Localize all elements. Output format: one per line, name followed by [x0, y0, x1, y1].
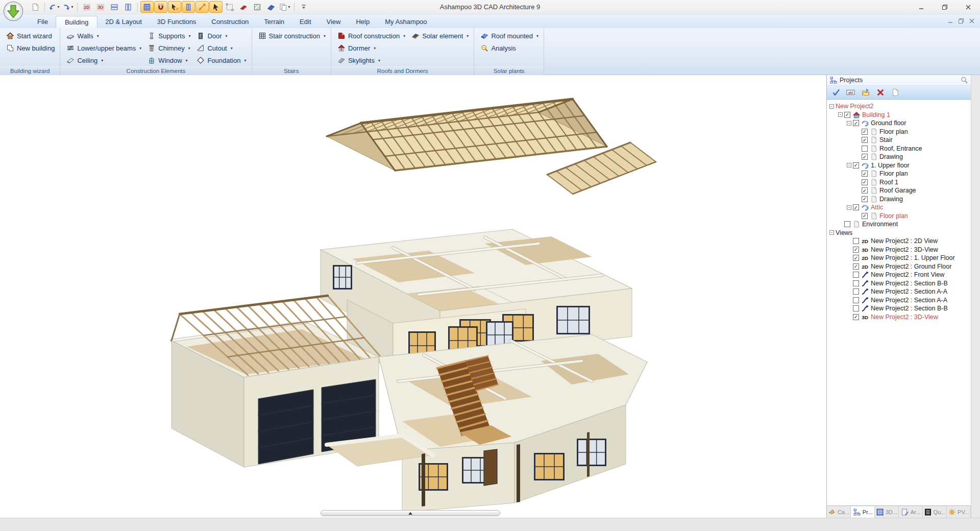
checkbox[interactable]: ✓	[862, 137, 868, 143]
tab-terrain[interactable]: Terrain	[256, 16, 292, 28]
chimney-button[interactable]: Chimney▾	[145, 42, 192, 54]
expander-icon[interactable]: -	[847, 163, 851, 167]
open-folder-button[interactable]	[860, 87, 871, 98]
stair-construction-button[interactable]: Stair construction▾	[256, 30, 328, 42]
expander-icon[interactable]: -	[829, 230, 834, 235]
checkbox[interactable]	[853, 238, 859, 244]
tree-item-ground-floor[interactable]: -✓Ground floor	[829, 119, 971, 128]
door-button[interactable]: Door▾	[194, 30, 248, 42]
viewport[interactable]	[0, 75, 826, 518]
ceiling-button[interactable]: Ceiling▾	[64, 54, 143, 66]
redo-button[interactable]: ▾	[61, 1, 75, 13]
checkbox[interactable]: ✓	[853, 162, 859, 168]
analysis-button[interactable]: Analysis	[478, 42, 541, 54]
tree-item-new-project2-3d-view[interactable]: ✓3DNew Project2 : 3D-View	[829, 246, 971, 254]
tree-item-roof-entrance[interactable]: Roof, Entrance	[829, 144, 971, 153]
3d-model-view[interactable]	[0, 75, 826, 518]
undo-button[interactable]: ▾	[47, 1, 61, 13]
select-element-button[interactable]	[168, 1, 181, 13]
tree-item-stair[interactable]: ✓Stair	[829, 136, 971, 144]
tree-item-new-project2-section-a-a[interactable]: New Project2 : Section A-A	[829, 296, 971, 305]
copy-pages-button[interactable]: ▾	[278, 1, 291, 13]
mdi-minimize-button[interactable]	[947, 18, 953, 26]
checkbox[interactable]: ✓	[853, 255, 859, 261]
mdi-close-button[interactable]	[969, 18, 975, 26]
roof-mounted-button[interactable]: Roof mounted▾	[478, 30, 541, 42]
restore-button[interactable]	[933, 0, 957, 14]
roof-construction-button[interactable]: Roof construction▾	[335, 30, 407, 42]
bottom-panel-handle[interactable]	[321, 510, 500, 516]
panel-tab-ar[interactable]: Ar...	[899, 506, 923, 518]
apply-check-button[interactable]	[830, 87, 842, 98]
cursor-button[interactable]	[209, 1, 223, 13]
minimize-button[interactable]	[910, 0, 933, 14]
panel-tab-qu[interactable]: Qu...	[923, 506, 947, 518]
expander-icon[interactable]: -	[847, 121, 851, 126]
expander-icon[interactable]: -	[847, 205, 851, 210]
checkbox[interactable]	[853, 272, 859, 278]
pin-icon[interactable]	[960, 76, 968, 84]
checkbox[interactable]	[853, 297, 859, 303]
tree-item-floor-plan[interactable]: ✓Floor plan	[829, 170, 971, 178]
tree-item-environment[interactable]: Environment	[829, 220, 971, 229]
panel-tab-pv[interactable]: PV...	[947, 506, 971, 518]
tree-item-floor-plan[interactable]: ✓Floor plan	[829, 128, 971, 136]
window-button[interactable]: Window▾	[145, 54, 192, 66]
checkbox[interactable]: ✓	[853, 204, 859, 210]
tree-item-drawing[interactable]: ✓Drawing	[829, 153, 971, 161]
split-horizontal-button[interactable]	[108, 1, 121, 13]
checkbox[interactable]: ✓	[862, 154, 868, 160]
panel-tab-ca[interactable]: Ca...	[827, 506, 851, 518]
tab-construction[interactable]: Construction	[204, 16, 256, 28]
new-page-button[interactable]	[890, 87, 901, 98]
magnet-button[interactable]	[154, 1, 167, 13]
grid-button[interactable]	[140, 1, 154, 13]
tree-item-drawing[interactable]: ✓Drawing	[829, 195, 971, 204]
rename-button[interactable]: abl	[845, 87, 856, 98]
tree-item-1-upper-floor[interactable]: -✓1. Upper floor	[829, 161, 971, 170]
tab-help[interactable]: Help	[348, 16, 377, 28]
delete-button[interactable]	[875, 87, 886, 98]
checkbox[interactable]: ✓	[862, 129, 868, 135]
checkbox[interactable]: ✓	[853, 120, 859, 126]
checkbox[interactable]: ✓	[862, 171, 868, 177]
tree-item-new-project2-3d-view[interactable]: ✓3DNew Project2 : 3D-View	[829, 313, 971, 322]
roof-tool-button[interactable]	[264, 1, 278, 13]
tree-item-building-1[interactable]: -✓Building 1	[829, 111, 971, 119]
2d-view-button[interactable]: 2D	[80, 1, 93, 13]
checkbox[interactable]	[853, 305, 859, 311]
tree-item-new-project2[interactable]: -New Project2	[829, 102, 971, 111]
walls-button[interactable]: Walls▾	[64, 30, 143, 42]
tab-3d-functions[interactable]: 3D Functions	[150, 16, 204, 28]
skylights-button[interactable]: Skylights▾	[335, 54, 407, 66]
tab-file[interactable]: File	[30, 16, 56, 28]
mdi-restore-button[interactable]	[958, 18, 964, 26]
expander-icon[interactable]: -	[838, 112, 843, 117]
expander-icon[interactable]: -	[829, 104, 834, 109]
tab-my-ashampoo[interactable]: My Ashampoo	[377, 16, 434, 28]
tree-item-new-project2-2d-view[interactable]: 2DNew Project2 : 2D View	[829, 237, 971, 246]
measure-button[interactable]	[195, 1, 209, 13]
tree-item-new-project2-front-view[interactable]: New Project2 : Front View	[829, 271, 971, 279]
checkbox[interactable]: ✓	[862, 187, 868, 194]
checkbox[interactable]	[853, 280, 859, 286]
app-logo-icon[interactable]	[3, 1, 23, 21]
supports-button[interactable]: Supports▾	[145, 30, 192, 42]
close-button[interactable]	[957, 0, 980, 14]
tree-item-roof-garage[interactable]: ✓Roof Garage	[829, 186, 971, 195]
toolbar-overflow-button[interactable]	[297, 1, 310, 13]
tree-item-new-project2-section-b-b[interactable]: New Project2 : Section B-B	[829, 304, 971, 313]
tree-item-new-project2-ground-floor[interactable]: ✓2DNew Project2 : Ground Floor	[829, 262, 971, 271]
tab-building[interactable]: Building	[56, 16, 97, 28]
checkbox[interactable]	[844, 221, 850, 227]
tab-edit[interactable]: Edit	[292, 16, 318, 28]
lower-upper-beams-button[interactable]: Lower/upper beams▾	[64, 42, 143, 54]
new-building-button[interactable]: New building	[4, 42, 57, 54]
parallel-guides-button[interactable]	[182, 1, 195, 13]
start-wizard-button[interactable]: Start wizard	[4, 30, 57, 42]
checkbox[interactable]: ✓	[862, 196, 868, 202]
checkbox[interactable]: ✓	[844, 112, 850, 118]
tab-2d-layout[interactable]: 2D & Layout	[97, 16, 150, 28]
checkbox[interactable]: ✓	[853, 314, 859, 320]
checkbox[interactable]	[853, 288, 859, 295]
